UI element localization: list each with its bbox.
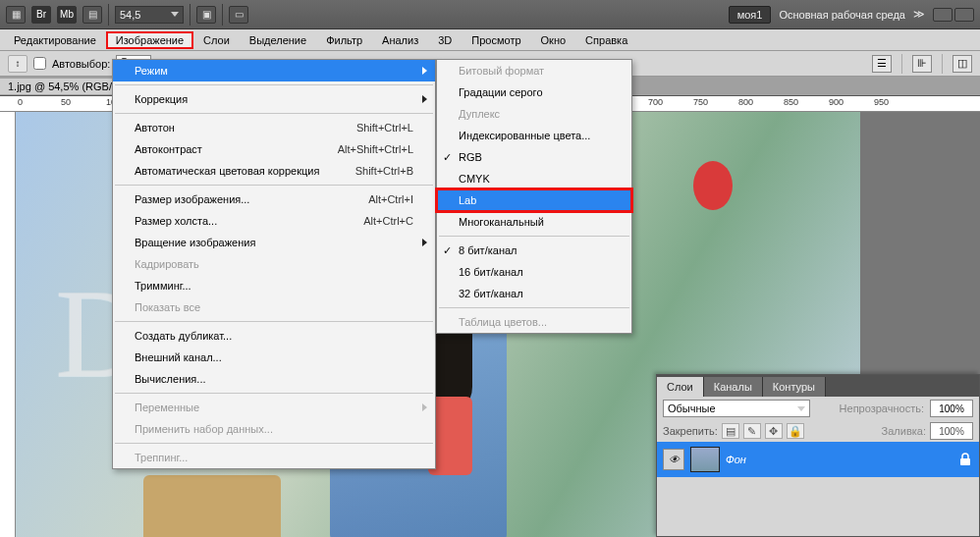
menu-layers[interactable]: Слои (193, 31, 240, 49)
menu-item-autocolor[interactable]: Автоматическая цветовая коррекцияShift+C… (113, 160, 435, 182)
menu-item-grayscale[interactable]: Градации серого (437, 81, 631, 103)
menu-label: Многоканальный (459, 216, 544, 228)
menu-label: Автоматическая цветовая коррекция (135, 165, 319, 177)
menu-item-autocontrast[interactable]: АвтоконтрастAlt+Shift+Ctrl+L (113, 138, 435, 160)
menu-item-trap: Треппинг... (113, 447, 435, 468)
menu-label: Тримминг... (135, 280, 191, 292)
menu-divider (115, 443, 433, 444)
bag (143, 475, 281, 537)
zoom-value: 54,5 (120, 9, 140, 21)
fill-field[interactable]: 100% (930, 422, 973, 440)
menu-analysis[interactable]: Анализ (372, 31, 428, 49)
menu-divider (115, 113, 433, 114)
arrange-icon[interactable]: ▣ (196, 6, 216, 24)
menu-item-bitmap: Битовый формат (437, 60, 631, 81)
doc-tab[interactable]: 1.jpg @ 54,5% (RGB/ (0, 79, 121, 94)
menu-view[interactable]: Просмотр (462, 31, 530, 49)
menu-item-cmyk[interactable]: CMYK (437, 168, 631, 189)
menu-select[interactable]: Выделение (240, 31, 316, 49)
3d-icon[interactable]: ◫ (953, 55, 972, 73)
menu-item-32bit[interactable]: 32 бит/канал (437, 283, 631, 304)
bridge-icon[interactable]: Br (31, 6, 51, 24)
menu-item-mode[interactable]: Режим (113, 60, 435, 81)
lock-all-icon[interactable]: 🔒 (787, 423, 804, 439)
lock-transparent-icon[interactable]: ▤ (722, 423, 739, 439)
separator (108, 4, 109, 26)
align-icon[interactable]: ☰ (872, 55, 892, 73)
separator (222, 4, 223, 26)
menu-label: Внешний канал... (135, 351, 222, 363)
separator (901, 54, 902, 74)
move-tool-icon[interactable]: ↕ (8, 55, 27, 73)
shortcut: Alt+Ctrl+I (368, 193, 413, 205)
lock-position-icon[interactable]: ✥ (765, 423, 783, 439)
visibility-icon[interactable]: 👁 (663, 449, 684, 470)
lock-label: Закрепить: (663, 425, 718, 437)
ruler-tick: 700 (648, 97, 663, 107)
tab-layers[interactable]: Слои (657, 377, 704, 397)
menu-item-8bit[interactable]: ✓8 бит/канал (437, 240, 631, 261)
zoom-field[interactable]: 54,5 (115, 6, 184, 24)
menu-help[interactable]: Справка (575, 31, 637, 49)
blend-mode-value: Обычные (668, 403, 716, 414)
more-icon[interactable]: ≫ (913, 8, 925, 21)
menu-divider (115, 84, 433, 85)
menu-label: Показать все (135, 301, 200, 313)
menu-label: Размер холста... (135, 215, 217, 227)
opacity-label: Непрозрачность: (840, 403, 924, 414)
shortcut: Alt+Ctrl+C (363, 215, 413, 227)
menu-item-image-size[interactable]: Размер изображения...Alt+Ctrl+I (113, 188, 435, 210)
auto-select-checkbox[interactable] (33, 57, 46, 70)
blend-mode-select[interactable]: Обычные (663, 400, 810, 417)
menu-divider (115, 393, 433, 394)
menu-image[interactable]: Изображение (106, 31, 193, 49)
minimize-button[interactable] (933, 8, 953, 22)
menu-label: CMYK (459, 173, 490, 185)
menu-item-lab[interactable]: Lab (437, 189, 631, 211)
menu-item-indexed[interactable]: Индексированные цвета... (437, 125, 631, 146)
tab-channels[interactable]: Каналы (704, 377, 763, 397)
menu-item-apply-image[interactable]: Внешний канал... (113, 347, 435, 368)
ruler-vertical (0, 112, 16, 537)
separator (942, 54, 943, 74)
menu-item-autotone[interactable]: АвтотонShift+Ctrl+L (113, 117, 435, 138)
menu-item-calculations[interactable]: Вычисления... (113, 368, 435, 390)
minibridge-icon[interactable]: Mb (57, 6, 77, 24)
menu-item-apply-dataset: Применить набор данных... (113, 418, 435, 440)
menu-3d[interactable]: 3D (428, 31, 462, 49)
menu-item-adjustments[interactable]: Коррекция (113, 88, 435, 110)
menu-item-canvas-size[interactable]: Размер холста...Alt+Ctrl+C (113, 210, 435, 232)
menu-item-trim[interactable]: Тримминг... (113, 275, 435, 296)
tab-paths[interactable]: Контуры (763, 377, 826, 397)
menu-window[interactable]: Окно (531, 31, 576, 49)
menu-label: Коррекция (135, 93, 188, 105)
workspace-tag[interactable]: моя1 (729, 6, 772, 24)
menu-bar: Редактирование Изображение Слои Выделени… (0, 29, 980, 51)
ruler-tick: 900 (829, 97, 844, 107)
menu-item-multichannel[interactable]: Многоканальный (437, 211, 631, 233)
menu-filter[interactable]: Фильтр (316, 31, 372, 49)
grid-icon[interactable]: ▤ (82, 6, 102, 24)
restore-button[interactable] (954, 8, 974, 22)
opacity-field[interactable]: 100% (930, 400, 973, 417)
menu-item-16bit[interactable]: 16 бит/канал (437, 261, 631, 283)
check-icon: ✓ (443, 151, 452, 164)
menu-label: 16 бит/канал (459, 266, 523, 278)
balloon (693, 161, 733, 210)
panel-tabs: Слои Каналы Контуры (657, 375, 979, 397)
ps-icon[interactable]: ▦ (6, 6, 26, 24)
menu-label: Таблица цветов... (459, 316, 547, 328)
menu-item-rotation[interactable]: Вращение изображения (113, 232, 435, 253)
lock-pixels-icon[interactable]: ✎ (743, 423, 761, 439)
menu-edit[interactable]: Редактирование (4, 31, 106, 49)
layer-thumbnail[interactable] (690, 447, 720, 472)
distribute-icon[interactable]: ⊪ (912, 55, 932, 73)
menu-label: Автотон (135, 122, 175, 134)
menu-item-rgb[interactable]: ✓RGB (437, 146, 631, 168)
menu-item-duplicate[interactable]: Создать дубликат... (113, 325, 435, 347)
ruler-tick: 850 (784, 97, 798, 107)
menu-divider (439, 307, 629, 308)
workspace-label[interactable]: Основная рабочая среда (779, 9, 905, 21)
screen-mode-icon[interactable]: ▭ (229, 6, 248, 24)
layer-row[interactable]: 👁 Фон (657, 442, 979, 477)
